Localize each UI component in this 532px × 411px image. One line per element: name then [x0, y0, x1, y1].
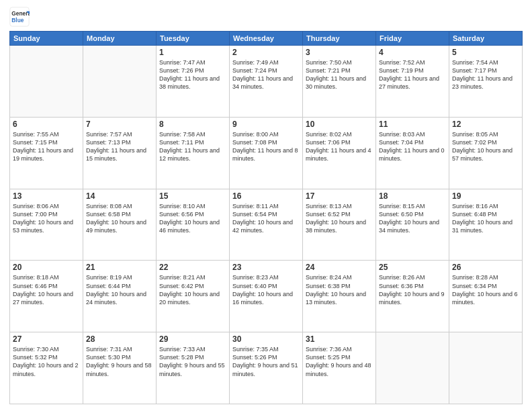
weekday-header: Thursday — [303, 32, 376, 46]
day-info: Sunrise: 8:10 AM Sunset: 6:56 PM Dayligh… — [159, 202, 226, 235]
day-number: 6 — [13, 120, 80, 129]
calendar-cell: 7Sunrise: 7:57 AM Sunset: 7:13 PM Daylig… — [83, 117, 157, 189]
day-info: Sunrise: 8:21 AM Sunset: 6:42 PM Dayligh… — [159, 273, 226, 306]
day-info: Sunrise: 7:57 AM Sunset: 7:13 PM Dayligh… — [86, 130, 153, 163]
day-info: Sunrise: 7:49 AM Sunset: 7:24 PM Dayligh… — [232, 58, 300, 91]
day-number: 11 — [379, 120, 446, 129]
day-number: 12 — [452, 120, 519, 129]
day-info: Sunrise: 8:05 AM Sunset: 7:02 PM Dayligh… — [452, 130, 519, 163]
day-number: 17 — [306, 191, 373, 201]
day-number: 8 — [159, 120, 226, 129]
calendar-cell: 29Sunrise: 7:33 AM Sunset: 5:28 PM Dayli… — [157, 332, 230, 404]
calendar-week-row: 27Sunrise: 7:30 AM Sunset: 5:32 PM Dayli… — [10, 332, 523, 404]
day-info: Sunrise: 8:28 AM Sunset: 6:34 PM Dayligh… — [452, 273, 519, 306]
day-number: 24 — [306, 263, 373, 272]
calendar-cell: 8Sunrise: 7:58 AM Sunset: 7:11 PM Daylig… — [157, 117, 230, 189]
day-info: Sunrise: 8:15 AM Sunset: 6:50 PM Dayligh… — [379, 202, 446, 235]
calendar-cell: 2Sunrise: 7:49 AM Sunset: 7:24 PM Daylig… — [230, 46, 303, 118]
calendar-cell: 30Sunrise: 7:35 AM Sunset: 5:26 PM Dayli… — [230, 332, 303, 404]
calendar-cell: 23Sunrise: 8:23 AM Sunset: 6:40 PM Dayli… — [230, 261, 303, 332]
weekday-header: Friday — [376, 32, 449, 46]
calendar-cell: 6Sunrise: 7:55 AM Sunset: 7:15 PM Daylig… — [10, 117, 83, 189]
day-number: 1 — [159, 48, 226, 57]
page: General Blue SundayMondayTuesdayWednesda… — [0, 0, 532, 411]
calendar-week-row: 6Sunrise: 7:55 AM Sunset: 7:15 PM Daylig… — [10, 117, 523, 189]
calendar-cell: 17Sunrise: 8:13 AM Sunset: 6:52 PM Dayli… — [303, 189, 376, 261]
day-number: 14 — [86, 191, 153, 201]
calendar-week-row: 20Sunrise: 8:18 AM Sunset: 6:46 PM Dayli… — [10, 261, 523, 332]
day-number: 3 — [306, 48, 373, 57]
calendar-table: SundayMondayTuesdayWednesdayThursdayFrid… — [9, 31, 523, 404]
day-number: 2 — [232, 48, 300, 57]
weekday-header: Saturday — [449, 32, 523, 46]
day-number: 16 — [232, 191, 300, 201]
day-number: 15 — [159, 191, 226, 201]
svg-text:Blue: Blue — [11, 17, 24, 24]
day-number: 10 — [306, 120, 373, 129]
calendar-week-row: 1Sunrise: 7:47 AM Sunset: 7:26 PM Daylig… — [10, 46, 523, 118]
calendar-header-row: SundayMondayTuesdayWednesdayThursdayFrid… — [10, 32, 523, 46]
calendar-cell: 25Sunrise: 8:26 AM Sunset: 6:36 PM Dayli… — [376, 261, 449, 332]
day-info: Sunrise: 8:03 AM Sunset: 7:04 PM Dayligh… — [379, 130, 446, 163]
calendar-cell: 16Sunrise: 8:11 AM Sunset: 6:54 PM Dayli… — [230, 189, 303, 261]
logo: General Blue — [9, 7, 32, 27]
calendar-cell: 24Sunrise: 8:24 AM Sunset: 6:38 PM Dayli… — [303, 261, 376, 332]
day-info: Sunrise: 7:55 AM Sunset: 7:15 PM Dayligh… — [13, 130, 80, 163]
day-number: 21 — [86, 263, 153, 272]
calendar-cell: 28Sunrise: 7:31 AM Sunset: 5:30 PM Dayli… — [83, 332, 157, 404]
calendar-cell: 19Sunrise: 8:16 AM Sunset: 6:48 PM Dayli… — [449, 189, 523, 261]
day-info: Sunrise: 8:23 AM Sunset: 6:40 PM Dayligh… — [232, 273, 300, 306]
day-number: 25 — [379, 263, 446, 272]
calendar-cell: 12Sunrise: 8:05 AM Sunset: 7:02 PM Dayli… — [449, 117, 523, 189]
day-number: 13 — [13, 191, 80, 201]
header: General Blue — [9, 7, 523, 27]
calendar-cell: 22Sunrise: 8:21 AM Sunset: 6:42 PM Dayli… — [157, 261, 230, 332]
day-number: 9 — [232, 120, 300, 129]
calendar-cell — [10, 46, 83, 118]
calendar-cell: 1Sunrise: 7:47 AM Sunset: 7:26 PM Daylig… — [157, 46, 230, 118]
day-info: Sunrise: 8:06 AM Sunset: 7:00 PM Dayligh… — [13, 202, 80, 235]
calendar-cell: 9Sunrise: 8:00 AM Sunset: 7:08 PM Daylig… — [230, 117, 303, 189]
day-info: Sunrise: 8:00 AM Sunset: 7:08 PM Dayligh… — [232, 130, 300, 163]
logo-icon: General Blue — [9, 7, 30, 27]
calendar-cell — [376, 332, 449, 404]
day-info: Sunrise: 7:50 AM Sunset: 7:21 PM Dayligh… — [306, 58, 373, 91]
day-number: 22 — [159, 263, 226, 272]
day-number: 20 — [13, 263, 80, 272]
day-info: Sunrise: 8:08 AM Sunset: 6:58 PM Dayligh… — [86, 202, 153, 235]
weekday-header: Tuesday — [157, 32, 230, 46]
day-info: Sunrise: 7:35 AM Sunset: 5:26 PM Dayligh… — [232, 345, 300, 378]
day-info: Sunrise: 7:58 AM Sunset: 7:11 PM Dayligh… — [159, 130, 226, 163]
day-number: 27 — [13, 334, 80, 344]
day-number: 7 — [86, 120, 153, 129]
day-info: Sunrise: 7:36 AM Sunset: 5:25 PM Dayligh… — [306, 345, 373, 378]
calendar-cell: 5Sunrise: 7:54 AM Sunset: 7:17 PM Daylig… — [449, 46, 523, 118]
weekday-header: Sunday — [10, 32, 83, 46]
day-info: Sunrise: 8:11 AM Sunset: 6:54 PM Dayligh… — [232, 202, 300, 235]
day-number: 28 — [86, 334, 153, 344]
day-number: 4 — [379, 48, 446, 57]
calendar-cell — [83, 46, 157, 118]
calendar-cell: 20Sunrise: 8:18 AM Sunset: 6:46 PM Dayli… — [10, 261, 83, 332]
day-info: Sunrise: 7:33 AM Sunset: 5:28 PM Dayligh… — [159, 345, 226, 378]
day-number: 19 — [452, 191, 519, 201]
day-info: Sunrise: 8:19 AM Sunset: 6:44 PM Dayligh… — [86, 273, 153, 306]
day-info: Sunrise: 7:31 AM Sunset: 5:30 PM Dayligh… — [86, 345, 153, 378]
calendar-cell: 26Sunrise: 8:28 AM Sunset: 6:34 PM Dayli… — [449, 261, 523, 332]
day-info: Sunrise: 7:30 AM Sunset: 5:32 PM Dayligh… — [13, 345, 80, 378]
day-info: Sunrise: 8:26 AM Sunset: 6:36 PM Dayligh… — [379, 273, 446, 306]
calendar-cell: 31Sunrise: 7:36 AM Sunset: 5:25 PM Dayli… — [303, 332, 376, 404]
day-number: 18 — [379, 191, 446, 201]
calendar-cell: 27Sunrise: 7:30 AM Sunset: 5:32 PM Dayli… — [10, 332, 83, 404]
calendar-cell: 21Sunrise: 8:19 AM Sunset: 6:44 PM Dayli… — [83, 261, 157, 332]
calendar-cell: 11Sunrise: 8:03 AM Sunset: 7:04 PM Dayli… — [376, 117, 449, 189]
calendar-cell: 15Sunrise: 8:10 AM Sunset: 6:56 PM Dayli… — [157, 189, 230, 261]
day-number: 26 — [452, 263, 519, 272]
calendar-cell: 14Sunrise: 8:08 AM Sunset: 6:58 PM Dayli… — [83, 189, 157, 261]
day-info: Sunrise: 7:47 AM Sunset: 7:26 PM Dayligh… — [159, 58, 226, 91]
day-info: Sunrise: 8:18 AM Sunset: 6:46 PM Dayligh… — [13, 273, 80, 306]
day-info: Sunrise: 8:02 AM Sunset: 7:06 PM Dayligh… — [306, 130, 373, 163]
day-number: 5 — [452, 48, 519, 57]
day-number: 23 — [232, 263, 300, 272]
day-info: Sunrise: 7:52 AM Sunset: 7:19 PM Dayligh… — [379, 58, 446, 91]
